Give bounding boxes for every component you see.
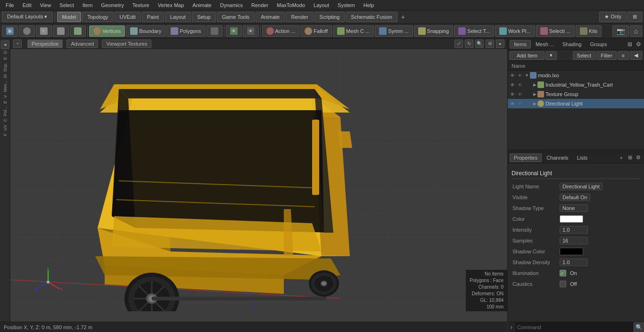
tool-eye2-btn[interactable]: 👁 [243, 25, 259, 37]
viewport-menu-btn[interactable]: ≡ [13, 40, 22, 48]
viewport-ctrl-settings[interactable]: ⚙ [486, 40, 494, 48]
tab-schematic[interactable]: Schematic Fusion [346, 12, 397, 22]
props-settings-icon[interactable]: ⚙ [635, 154, 642, 162]
item-mesh-arrow[interactable]: ▶ [533, 82, 537, 87]
kits-btn[interactable]: Kits [576, 25, 602, 37]
tool-grid-btn[interactable]: ⊞ [2, 25, 18, 37]
viewport[interactable]: ≡ Perspective Advanced Viewport Textures… [10, 39, 507, 322]
sidebar-label-e2[interactable]: E [2, 100, 8, 105]
vp-tab-advanced[interactable]: Advanced [66, 40, 98, 48]
layouts-dropdown[interactable]: Default Layouts ▾ [2, 12, 53, 22]
sidebar-label-f[interactable]: F [2, 132, 8, 137]
select-btn[interactable]: Select [573, 51, 596, 60]
prop-shadow-density-val[interactable]: 1.0 [560, 259, 588, 266]
tab-setup[interactable]: Setup [192, 12, 216, 22]
menu-layout[interactable]: Layout [310, 1, 333, 9]
item-root-eye2[interactable]: 👁 [516, 72, 524, 79]
item-light-eye[interactable]: 👁 [509, 100, 516, 107]
item-light[interactable]: 👁 👁 ▶ Directional Light [508, 99, 644, 108]
vp-tab-perspective[interactable]: Perspective [27, 40, 63, 48]
prop-light-name-val[interactable]: Directional Light [560, 183, 603, 190]
menu-vertex-map[interactable]: Vertex Map [154, 1, 188, 9]
menu-edit[interactable]: Edit [19, 1, 35, 9]
menu-geometry[interactable]: Geometry [97, 1, 127, 9]
menu-file[interactable]: File [2, 1, 18, 9]
command-input[interactable] [515, 322, 634, 332]
snapping-btn[interactable]: Snapping [414, 25, 454, 37]
sidebar-label-v[interactable]: V [2, 94, 8, 99]
mesh-btn[interactable]: Mesh C ... [333, 25, 374, 37]
filter-btn[interactable]: Filter [596, 51, 616, 60]
polygons-btn[interactable]: Polygons [166, 25, 205, 37]
tab-model[interactable]: Model [57, 12, 82, 22]
maximize-button[interactable]: ⊞ [627, 12, 642, 22]
menu-texture[interactable]: Texture [129, 1, 153, 9]
menu-animate[interactable]: Animate [189, 1, 215, 9]
sidebar-label-d[interactable]: D [2, 50, 8, 55]
scene-canvas[interactable]: No Items Polygons : Face Channels: 0 Def… [10, 49, 507, 311]
sidebar-label-mes[interactable]: Mes... [2, 80, 8, 93]
sidebar-label-uv[interactable]: UV [2, 124, 8, 132]
tab-uvedit[interactable]: UVEdit [115, 12, 141, 22]
menu-system[interactable]: System [334, 1, 359, 9]
tool-square-btn[interactable] [206, 25, 223, 37]
prop-samples-val[interactable]: 16 [560, 237, 588, 244]
item-mesh[interactable]: 👁 👁 ▶ Industrial_Yellow_Trash_Cart [508, 80, 644, 89]
menu-render[interactable]: Render [248, 1, 272, 9]
prop-caustics-checkbox[interactable] [560, 281, 566, 287]
menu-view[interactable]: View [36, 1, 55, 9]
tab-scripting[interactable]: Scripting [314, 12, 345, 22]
tool-cursor-btn[interactable]: ↖ [36, 25, 52, 37]
home-btn[interactable]: ⌂ [630, 25, 642, 37]
tool-sphere-btn[interactable] [19, 25, 35, 37]
item-light-arrow[interactable]: ▶ [533, 101, 537, 106]
item-texture-eye2[interactable]: 👁 [516, 90, 524, 98]
sidebar-label-e[interactable]: E [2, 56, 8, 61]
menu-maxtomodo[interactable]: MaxToModo [273, 1, 309, 9]
item-mesh-eye2[interactable]: 👁 [516, 81, 524, 89]
falloff-btn[interactable]: Falloff [300, 25, 332, 37]
viewport-ctrl-refresh[interactable]: ↻ [465, 40, 473, 48]
props-expand-icon[interactable]: ⊞ [626, 154, 634, 162]
tool-eye-btn[interactable]: 👁 [226, 25, 242, 37]
items-more-btn[interactable]: ≡ [618, 51, 629, 60]
item-root[interactable]: 👁 👁 ▼ modo.lxo [508, 71, 644, 80]
work-plane-btn[interactable]: Work Pl... [495, 25, 535, 37]
prop-shadow-color-swatch[interactable] [560, 248, 583, 255]
select-t-btn[interactable]: Select T... [454, 25, 494, 37]
prop-color-swatch[interactable] [560, 215, 583, 223]
prop-illumination-checkbox[interactable]: ✓ [560, 270, 566, 276]
item-texture-eye[interactable]: 👁 [509, 90, 516, 98]
vertices-btn[interactable]: Vertices [89, 25, 125, 37]
command-search-btn[interactable]: 🔍 [634, 322, 644, 332]
props-add-icon[interactable]: + [618, 154, 625, 162]
tab-layout[interactable]: Layout [165, 12, 191, 22]
items-expand-icon[interactable]: ⊞ [626, 40, 634, 48]
camera-btn[interactable]: 📷 [612, 25, 629, 37]
star-only-badge[interactable]: ★ Only [599, 12, 627, 22]
viewport-ctrl-more[interactable]: ▸ [496, 40, 504, 48]
tab-render[interactable]: Render [286, 12, 313, 22]
sidebar-collapse-btn[interactable]: ◀ [1, 40, 9, 49]
item-root-eye[interactable]: 👁 [509, 72, 516, 79]
boundary-btn[interactable]: Boundary [126, 25, 165, 37]
sidebar-label-m[interactable]: M [2, 73, 8, 79]
item-texture-arrow[interactable]: ▶ [533, 92, 537, 97]
sidebar-label-pol[interactable]: Pol... [2, 105, 8, 117]
items-tab-shading[interactable]: Shading [559, 40, 585, 48]
menu-select[interactable]: Select [56, 1, 78, 9]
viewport-ctrl-search[interactable]: 🔍 [475, 40, 484, 48]
action-btn[interactable]: Action ... [262, 25, 300, 37]
prop-shadow-val[interactable]: None [560, 204, 588, 212]
items-tab-mesh[interactable]: Mesh ... [532, 40, 558, 48]
items-tab-items[interactable]: Items [510, 40, 531, 49]
tab-gametools[interactable]: Game Tools [217, 12, 255, 22]
item-root-arrow[interactable]: ▼ [525, 73, 529, 78]
menu-dynamics[interactable]: Dynamics [216, 1, 247, 9]
add-tab-button[interactable]: + [398, 12, 408, 22]
item-mesh-eye[interactable]: 👁 [509, 81, 516, 89]
item-texture[interactable]: 👁 👁 ▶ Texture Group [508, 89, 644, 99]
items-settings-icon[interactable]: ⚙ [635, 40, 642, 48]
sidebar-label-c[interactable]: C [2, 118, 8, 123]
sidebar-label-dup[interactable]: Dup. [2, 62, 8, 73]
